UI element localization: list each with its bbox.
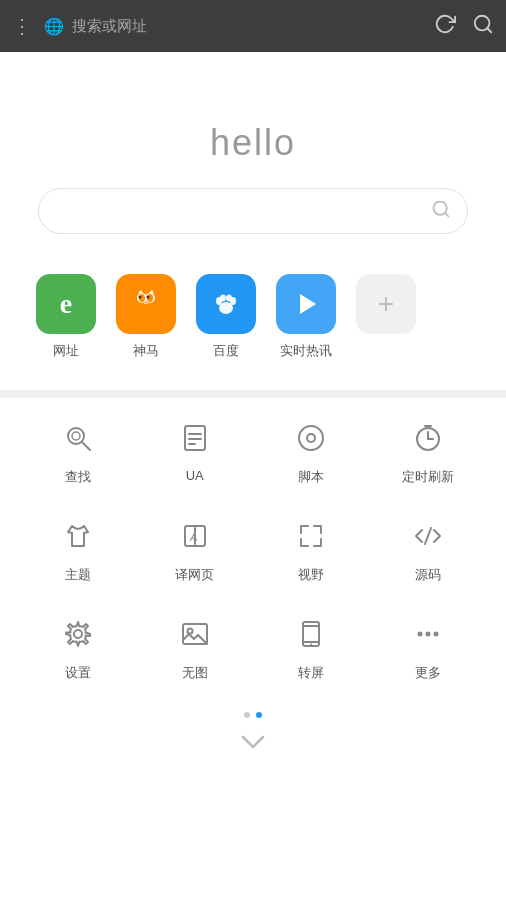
tool-source-label: 源码 [415,566,441,584]
quicklink-shenma-label: 神马 [133,342,159,360]
svg-point-37 [74,630,82,638]
pagination-dot-1[interactable] [244,712,250,718]
search-box-icon [431,199,451,224]
tool-source[interactable]: 源码 [370,516,487,584]
quicklink-add-icon: + [356,274,416,334]
tool-settings-label: 设置 [65,664,91,682]
tool-view-label: 视野 [298,566,324,584]
svg-point-12 [145,301,147,303]
tool-noimage-icon [175,614,215,654]
svg-point-44 [417,632,422,637]
quicklink-shenma[interactable]: 神马 [116,274,176,360]
quicklink-wangzhi-label: 网址 [53,342,79,360]
svg-point-9 [147,296,150,299]
svg-point-28 [308,435,314,441]
svg-text:A: A [189,531,197,543]
svg-point-46 [433,632,438,637]
svg-line-1 [487,28,491,32]
tool-view[interactable]: 视野 [253,516,370,584]
tool-script-icon [291,418,331,458]
globe-icon: 🌐 [44,17,64,36]
quick-links: e 网址 [0,254,506,380]
svg-point-43 [310,644,312,646]
top-bar-actions [434,13,494,40]
main-content: hello e 网址 [0,52,506,900]
tool-search-label: 查找 [65,468,91,486]
tool-more-icon [408,614,448,654]
tool-noimage-label: 无图 [182,664,208,682]
svg-line-20 [82,442,90,450]
svg-marker-10 [138,290,143,294]
tools-section: 查找 UA [0,398,506,682]
svg-line-36 [425,528,431,544]
quicklink-baidu-label: 百度 [213,342,239,360]
section-divider [0,390,506,398]
hello-section: hello [0,52,506,254]
tool-timer-icon [408,418,448,458]
chevron-down-icon[interactable] [239,732,267,758]
quicklink-reshixun[interactable]: 实时热讯 [276,274,336,360]
svg-marker-18 [300,294,316,314]
tool-source-icon [408,516,448,556]
tool-theme-icon [58,516,98,556]
tool-ua-label: UA [186,468,204,483]
quicklink-wangzhi-icon: e [36,274,96,334]
quicklink-baidu-icon [196,274,256,334]
tool-timer[interactable]: 定时刷新 [370,418,487,486]
tool-script-label: 脚本 [298,468,324,486]
quicklink-reshixun-label: 实时热讯 [280,342,332,360]
svg-line-3 [445,212,449,216]
svg-point-21 [72,432,80,440]
tool-settings-icon [58,614,98,654]
tool-view-icon [291,516,331,556]
svg-point-39 [187,629,192,634]
svg-point-8 [139,296,142,299]
search-icon[interactable] [472,13,494,40]
quicklink-baidu[interactable]: 百度 [196,274,256,360]
refresh-icon[interactable] [434,13,456,40]
tool-rotate[interactable]: 转屏 [253,614,370,682]
tool-rotate-icon [291,614,331,654]
pagination [244,712,262,718]
tool-theme[interactable]: 主题 [20,516,137,584]
tool-ua-icon [175,418,215,458]
tools-grid: 查找 UA [20,418,486,682]
tool-ua[interactable]: UA [137,418,254,486]
tool-translate-icon: A [175,516,215,556]
quicklink-add[interactable]: + [356,274,416,360]
quicklink-wangzhi[interactable]: e 网址 [36,274,96,360]
top-bar: ⋮ 🌐 搜索或网址 [0,0,506,52]
search-input-box[interactable] [38,188,468,234]
svg-point-45 [425,632,430,637]
tool-theme-label: 主题 [65,566,91,584]
pagination-dot-2[interactable] [256,712,262,718]
address-bar[interactable]: 🌐 搜索或网址 [44,17,424,36]
quicklink-reshixun-icon [276,274,336,334]
tool-search[interactable]: 查找 [20,418,137,486]
hello-greeting: hello [210,122,296,164]
tool-script[interactable]: 脚本 [253,418,370,486]
tool-search-icon [58,418,98,458]
search-placeholder-text: 搜索或网址 [72,17,147,36]
svg-point-17 [226,295,232,302]
tool-more-label: 更多 [415,664,441,682]
tool-noimage[interactable]: 无图 [137,614,254,682]
tool-rotate-label: 转屏 [298,664,324,682]
tool-more[interactable]: 更多 [370,614,487,682]
tool-translate-label: 译网页 [175,566,214,584]
tool-translate[interactable]: A 译网页 [137,516,254,584]
tool-settings[interactable]: 设置 [20,614,137,682]
tool-timer-label: 定时刷新 [402,468,454,486]
menu-dots-icon[interactable]: ⋮ [12,14,34,38]
quicklink-shenma-icon [116,274,176,334]
svg-point-16 [220,295,226,302]
